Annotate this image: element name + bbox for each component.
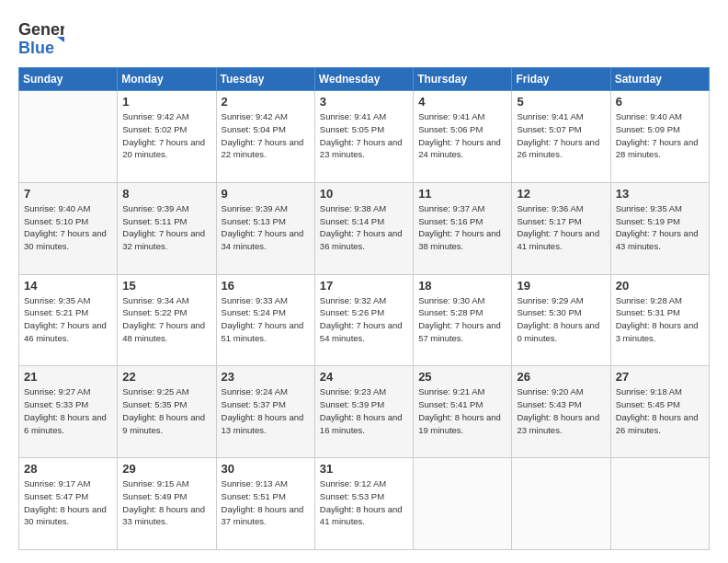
weekday-header-sunday: Sunday (19, 68, 118, 91)
day-number: 13 (616, 187, 704, 201)
day-number: 15 (122, 279, 210, 293)
day-number: 30 (222, 462, 310, 476)
day-number: 9 (222, 187, 310, 201)
logo: GeneralBlue (18, 17, 64, 58)
day-number: 14 (24, 279, 112, 293)
week-row-3: 14Sunrise: 9:35 AM Sunset: 5:21 PM Dayli… (19, 274, 710, 366)
day-number: 10 (320, 187, 408, 201)
day-cell: 20Sunrise: 9:28 AM Sunset: 5:31 PM Dayli… (610, 274, 709, 366)
day-cell: 26Sunrise: 9:20 AM Sunset: 5:43 PM Dayli… (512, 366, 610, 458)
day-number: 3 (320, 95, 408, 109)
day-info: Sunrise: 9:12 AM Sunset: 5:53 PM Dayligh… (320, 477, 408, 528)
day-number: 23 (222, 370, 310, 384)
day-number: 5 (517, 95, 605, 109)
day-cell: 19Sunrise: 9:29 AM Sunset: 5:30 PM Dayli… (512, 274, 610, 366)
day-number: 29 (122, 462, 210, 476)
day-info: Sunrise: 9:35 AM Sunset: 5:21 PM Dayligh… (24, 294, 112, 345)
day-info: Sunrise: 9:28 AM Sunset: 5:31 PM Dayligh… (616, 294, 704, 345)
day-info: Sunrise: 9:42 AM Sunset: 5:04 PM Dayligh… (222, 110, 310, 161)
day-number: 25 (418, 370, 506, 384)
day-info: Sunrise: 9:41 AM Sunset: 5:07 PM Dayligh… (517, 110, 605, 161)
day-info: Sunrise: 9:37 AM Sunset: 5:16 PM Dayligh… (418, 202, 506, 253)
day-info: Sunrise: 9:36 AM Sunset: 5:17 PM Dayligh… (517, 202, 605, 253)
day-info: Sunrise: 9:18 AM Sunset: 5:45 PM Dayligh… (616, 385, 704, 436)
day-cell: 27Sunrise: 9:18 AM Sunset: 5:45 PM Dayli… (610, 366, 709, 458)
logo-svg: GeneralBlue (18, 17, 64, 58)
weekday-header-tuesday: Tuesday (216, 68, 314, 91)
week-row-5: 28Sunrise: 9:17 AM Sunset: 5:47 PM Dayli… (19, 458, 710, 550)
day-number: 1 (122, 95, 210, 109)
day-info: Sunrise: 9:41 AM Sunset: 5:05 PM Dayligh… (320, 110, 408, 161)
day-info: Sunrise: 9:25 AM Sunset: 5:35 PM Dayligh… (122, 385, 210, 436)
day-number: 4 (418, 95, 506, 109)
day-cell: 12Sunrise: 9:36 AM Sunset: 5:17 PM Dayli… (512, 182, 610, 274)
day-info: Sunrise: 9:33 AM Sunset: 5:24 PM Dayligh… (222, 294, 310, 345)
calendar-table: SundayMondayTuesdayWednesdayThursdayFrid… (18, 67, 710, 550)
day-info: Sunrise: 9:35 AM Sunset: 5:19 PM Dayligh… (616, 202, 704, 253)
day-cell (414, 458, 512, 550)
day-number: 24 (320, 370, 408, 384)
day-number: 16 (222, 279, 310, 293)
day-cell: 4Sunrise: 9:41 AM Sunset: 5:06 PM Daylig… (414, 91, 512, 183)
day-info: Sunrise: 9:13 AM Sunset: 5:51 PM Dayligh… (222, 477, 310, 528)
day-cell: 8Sunrise: 9:39 AM Sunset: 5:11 PM Daylig… (118, 182, 216, 274)
day-number: 22 (122, 370, 210, 384)
day-number: 17 (320, 279, 408, 293)
day-number: 2 (222, 95, 310, 109)
svg-text:Blue: Blue (18, 39, 54, 57)
day-number: 19 (517, 279, 605, 293)
weekday-header-saturday: Saturday (610, 68, 709, 91)
day-cell: 9Sunrise: 9:39 AM Sunset: 5:13 PM Daylig… (216, 182, 314, 274)
day-cell (512, 458, 610, 550)
day-cell: 2Sunrise: 9:42 AM Sunset: 5:04 PM Daylig… (216, 91, 314, 183)
day-cell: 23Sunrise: 9:24 AM Sunset: 5:37 PM Dayli… (216, 366, 314, 458)
day-cell: 14Sunrise: 9:35 AM Sunset: 5:21 PM Dayli… (19, 274, 118, 366)
day-info: Sunrise: 9:40 AM Sunset: 5:10 PM Dayligh… (24, 202, 112, 253)
day-cell: 29Sunrise: 9:15 AM Sunset: 5:49 PM Dayli… (118, 458, 216, 550)
week-row-4: 21Sunrise: 9:27 AM Sunset: 5:33 PM Dayli… (19, 366, 710, 458)
day-cell: 22Sunrise: 9:25 AM Sunset: 5:35 PM Dayli… (118, 366, 216, 458)
day-cell: 18Sunrise: 9:30 AM Sunset: 5:28 PM Dayli… (414, 274, 512, 366)
day-info: Sunrise: 9:40 AM Sunset: 5:09 PM Dayligh… (616, 110, 704, 161)
day-number: 11 (418, 187, 506, 201)
weekday-header-wednesday: Wednesday (314, 68, 413, 91)
day-cell: 15Sunrise: 9:34 AM Sunset: 5:22 PM Dayli… (118, 274, 216, 366)
day-number: 27 (616, 370, 704, 384)
day-cell: 25Sunrise: 9:21 AM Sunset: 5:41 PM Dayli… (414, 366, 512, 458)
day-number: 31 (320, 462, 408, 476)
weekday-header-friday: Friday (512, 68, 610, 91)
svg-text:General: General (18, 20, 64, 39)
day-cell (610, 458, 709, 550)
day-info: Sunrise: 9:21 AM Sunset: 5:41 PM Dayligh… (418, 385, 506, 436)
day-cell: 10Sunrise: 9:38 AM Sunset: 5:14 PM Dayli… (314, 182, 413, 274)
day-info: Sunrise: 9:24 AM Sunset: 5:37 PM Dayligh… (222, 385, 310, 436)
day-info: Sunrise: 9:32 AM Sunset: 5:26 PM Dayligh… (320, 294, 408, 345)
day-cell: 21Sunrise: 9:27 AM Sunset: 5:33 PM Dayli… (19, 366, 118, 458)
day-info: Sunrise: 9:42 AM Sunset: 5:02 PM Dayligh… (122, 110, 210, 161)
day-info: Sunrise: 9:23 AM Sunset: 5:39 PM Dayligh… (320, 385, 408, 436)
day-number: 8 (122, 187, 210, 201)
day-number: 20 (616, 279, 704, 293)
day-info: Sunrise: 9:41 AM Sunset: 5:06 PM Dayligh… (418, 110, 506, 161)
day-cell: 31Sunrise: 9:12 AM Sunset: 5:53 PM Dayli… (314, 458, 413, 550)
day-info: Sunrise: 9:38 AM Sunset: 5:14 PM Dayligh… (320, 202, 408, 253)
day-cell (19, 91, 118, 183)
day-cell: 1Sunrise: 9:42 AM Sunset: 5:02 PM Daylig… (118, 91, 216, 183)
day-cell: 24Sunrise: 9:23 AM Sunset: 5:39 PM Dayli… (314, 366, 413, 458)
day-info: Sunrise: 9:20 AM Sunset: 5:43 PM Dayligh… (517, 385, 605, 436)
day-cell: 30Sunrise: 9:13 AM Sunset: 5:51 PM Dayli… (216, 458, 314, 550)
day-info: Sunrise: 9:39 AM Sunset: 5:11 PM Dayligh… (122, 202, 210, 253)
day-cell: 16Sunrise: 9:33 AM Sunset: 5:24 PM Dayli… (216, 274, 314, 366)
day-cell: 28Sunrise: 9:17 AM Sunset: 5:47 PM Dayli… (19, 458, 118, 550)
day-cell: 5Sunrise: 9:41 AM Sunset: 5:07 PM Daylig… (512, 91, 610, 183)
week-row-2: 7Sunrise: 9:40 AM Sunset: 5:10 PM Daylig… (19, 182, 710, 274)
day-cell: 17Sunrise: 9:32 AM Sunset: 5:26 PM Dayli… (314, 274, 413, 366)
weekday-header-row: SundayMondayTuesdayWednesdayThursdayFrid… (19, 68, 710, 91)
day-cell: 3Sunrise: 9:41 AM Sunset: 5:05 PM Daylig… (314, 91, 413, 183)
week-row-1: 1Sunrise: 9:42 AM Sunset: 5:02 PM Daylig… (19, 91, 710, 183)
day-number: 12 (517, 187, 605, 201)
day-cell: 7Sunrise: 9:40 AM Sunset: 5:10 PM Daylig… (19, 182, 118, 274)
weekday-header-monday: Monday (118, 68, 216, 91)
day-number: 28 (24, 462, 112, 476)
day-number: 26 (517, 370, 605, 384)
